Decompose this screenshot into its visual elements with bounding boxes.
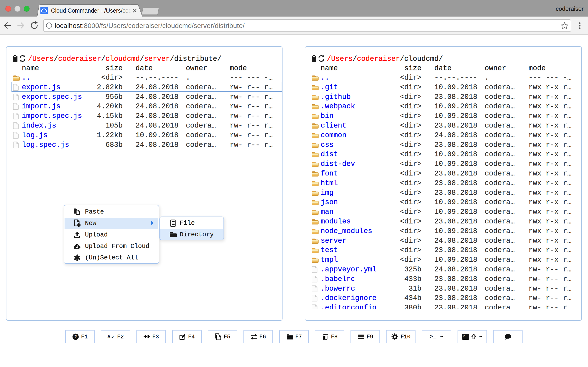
svg-text:A-z: A-z: [107, 334, 114, 339]
svg-text:?: ?: [74, 334, 77, 339]
svg-text:>_: >_: [463, 334, 467, 338]
